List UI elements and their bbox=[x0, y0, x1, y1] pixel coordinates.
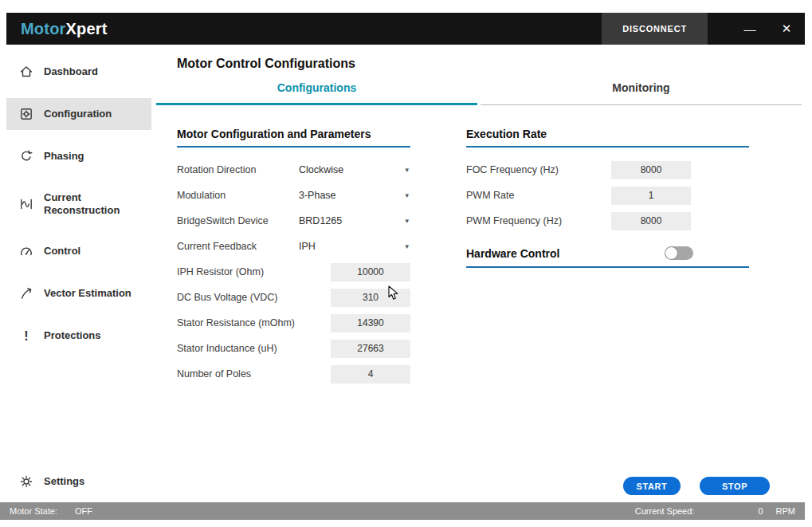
dc-bus-voltage-label: DC Bus Voltage (VDC) bbox=[177, 292, 331, 303]
app-window: MotorXpert DISCONNECT — ✕ Dashboard Conf… bbox=[0, 0, 812, 527]
iph-resistor-field[interactable]: 10000 bbox=[331, 263, 410, 281]
rotation-direction-label: Rotation Direction bbox=[177, 164, 299, 175]
stator-inductance-label: Stator Inductance (uH) bbox=[177, 343, 331, 354]
current-feedback-dropdown[interactable]: IPH ▾ bbox=[299, 241, 410, 252]
form-row-foc-frequency: FOC Frequency (Hz) 8000 bbox=[466, 157, 749, 183]
rotation-direction-dropdown[interactable]: Clockwise ▾ bbox=[299, 164, 410, 175]
tab-bar: Configurations Monitoring bbox=[156, 81, 803, 105]
page-title: Motor Control Configurations bbox=[177, 57, 355, 71]
current-speed-label: Current Speed: bbox=[635, 506, 695, 516]
modulation-dropdown[interactable]: 3-Phase ▾ bbox=[299, 190, 410, 201]
form-row-pwm-rate: PWM Rate 1 bbox=[466, 183, 749, 208]
hardware-control-title: Hardware Control bbox=[466, 247, 559, 260]
motor-config-title: Motor Configuration and Parameters bbox=[177, 128, 410, 147]
vector-estimation-icon bbox=[19, 286, 33, 301]
sidebar-item-label: Current Reconstruction bbox=[44, 191, 139, 216]
sidebar-nav: Dashboard Configuration Phasing Current … bbox=[6, 45, 151, 362]
current-feedback-label: Current Feedback bbox=[177, 241, 299, 252]
stator-resistance-field[interactable]: 14390 bbox=[331, 314, 410, 332]
status-bar: Motor State: OFF Current Speed: 0 RPM bbox=[0, 502, 805, 520]
sidebar: Dashboard Configuration Phasing Current … bbox=[6, 45, 151, 502]
close-button[interactable]: ✕ bbox=[768, 13, 805, 45]
form-row-bridgeswitch-device: BridgeSwitch Device BRD1265 ▾ bbox=[177, 208, 410, 234]
current-reconstruction-icon bbox=[19, 197, 33, 211]
number-of-poles-field[interactable]: 4 bbox=[331, 365, 410, 383]
sidebar-item-label: Protections bbox=[44, 329, 101, 342]
start-button[interactable]: START bbox=[623, 477, 681, 495]
main-content: Motor Control Configurations Configurati… bbox=[151, 45, 805, 502]
modulation-value: 3-Phase bbox=[299, 190, 336, 201]
chevron-down-icon: ▾ bbox=[405, 191, 410, 199]
stator-inductance-field[interactable]: 27663 bbox=[331, 340, 410, 358]
sidebar-item-configuration[interactable]: Configuration bbox=[6, 98, 151, 130]
sidebar-item-label: Control bbox=[44, 245, 80, 258]
tab-configurations[interactable]: Configurations bbox=[156, 81, 477, 105]
pwm-frequency-label: PWM Frequency (Hz) bbox=[466, 215, 611, 226]
disconnect-button[interactable]: DISCONNECT bbox=[602, 13, 708, 45]
logo-prefix: Motor bbox=[21, 20, 66, 37]
form-row-stator-inductance: Stator Inductance (uH) 27663 bbox=[177, 336, 410, 361]
current-speed-unit: RPM bbox=[776, 506, 795, 516]
minimize-button[interactable]: — bbox=[732, 13, 768, 45]
control-icon bbox=[19, 244, 33, 258]
sidebar-item-settings[interactable]: Settings bbox=[6, 466, 151, 498]
home-icon bbox=[19, 65, 33, 79]
toggle-knob bbox=[665, 247, 677, 259]
sidebar-item-phasing[interactable]: Phasing bbox=[6, 140, 151, 172]
config-columns: Motor Configuration and Parameters Rotat… bbox=[177, 128, 805, 387]
chevron-down-icon: ▾ bbox=[405, 217, 410, 225]
dc-bus-voltage-field[interactable]: 310 bbox=[331, 289, 410, 307]
chevron-down-icon: ▾ bbox=[405, 166, 410, 174]
title-bar-controls: DISCONNECT — ✕ bbox=[602, 13, 805, 45]
sidebar-item-label: Settings bbox=[44, 475, 84, 488]
stator-resistance-label: Stator Resistance (mOhm) bbox=[177, 317, 331, 328]
current-speed-value: 0 bbox=[758, 506, 763, 516]
sidebar-item-label: Dashboard bbox=[44, 65, 98, 78]
number-of-poles-label: Number of Poles bbox=[177, 368, 331, 380]
protections-icon: ! bbox=[19, 328, 33, 343]
gear-icon bbox=[19, 474, 33, 489]
action-buttons: START STOP bbox=[623, 477, 770, 495]
motor-state-value: OFF bbox=[75, 506, 92, 516]
sidebar-item-label: Phasing bbox=[44, 150, 84, 163]
pwm-frequency-field[interactable]: 8000 bbox=[611, 212, 691, 230]
foc-frequency-label: FOC Frequency (Hz) bbox=[466, 164, 611, 175]
form-row-dc-bus-voltage: DC Bus Voltage (VDC) 310 bbox=[177, 285, 410, 310]
form-row-pwm-frequency: PWM Frequency (Hz) 8000 bbox=[466, 208, 749, 234]
form-row-current-feedback: Current Feedback IPH ▾ bbox=[177, 234, 410, 259]
form-row-iph-resistor: IPH Resistor (Ohm) 10000 bbox=[177, 259, 410, 285]
pwm-rate-field[interactable]: 1 bbox=[611, 187, 691, 205]
app-logo: MotorXpert bbox=[21, 20, 108, 38]
sidebar-item-protections[interactable]: ! Protections bbox=[6, 320, 151, 352]
stop-button[interactable]: STOP bbox=[700, 477, 770, 495]
execution-rate-title: Execution Rate bbox=[466, 128, 749, 147]
current-feedback-value: IPH bbox=[299, 241, 316, 252]
chevron-down-icon: ▾ bbox=[405, 242, 410, 250]
title-bar: MotorXpert DISCONNECT — ✕ bbox=[6, 13, 805, 45]
pwm-rate-label: PWM Rate bbox=[466, 190, 611, 201]
sidebar-item-label: Configuration bbox=[44, 108, 112, 120]
motor-config-section: Motor Configuration and Parameters Rotat… bbox=[177, 128, 410, 387]
execution-rate-section: Execution Rate FOC Frequency (Hz) 8000 P… bbox=[466, 128, 749, 387]
hardware-control-section: Hardware Control bbox=[466, 246, 749, 268]
bridgeswitch-device-value: BRD1265 bbox=[299, 215, 342, 226]
form-row-stator-resistance: Stator Resistance (mOhm) 14390 bbox=[177, 310, 410, 336]
configuration-icon bbox=[19, 107, 33, 121]
phasing-icon bbox=[19, 149, 33, 163]
hardware-control-toggle[interactable] bbox=[665, 246, 693, 260]
foc-frequency-field[interactable]: 8000 bbox=[611, 161, 691, 179]
sidebar-item-vector-estimation[interactable]: Vector Estimation bbox=[6, 277, 151, 309]
bridgeswitch-device-label: BridgeSwitch Device bbox=[177, 215, 299, 226]
modulation-label: Modulation bbox=[177, 190, 299, 201]
bridgeswitch-device-dropdown[interactable]: BRD1265 ▾ bbox=[299, 215, 410, 226]
form-row-modulation: Modulation 3-Phase ▾ bbox=[177, 183, 410, 208]
rotation-direction-value: Clockwise bbox=[299, 164, 343, 175]
logo-suffix: Xpert bbox=[66, 20, 108, 37]
form-row-number-of-poles: Number of Poles 4 bbox=[177, 361, 410, 387]
motor-state-label: Motor State: bbox=[10, 506, 57, 516]
sidebar-item-dashboard[interactable]: Dashboard bbox=[6, 56, 151, 88]
form-row-rotation-direction: Rotation Direction Clockwise ▾ bbox=[177, 157, 410, 183]
sidebar-item-current-reconstruction[interactable]: Current Reconstruction bbox=[6, 183, 151, 225]
tab-monitoring[interactable]: Monitoring bbox=[481, 81, 802, 105]
sidebar-item-control[interactable]: Control bbox=[6, 235, 151, 267]
